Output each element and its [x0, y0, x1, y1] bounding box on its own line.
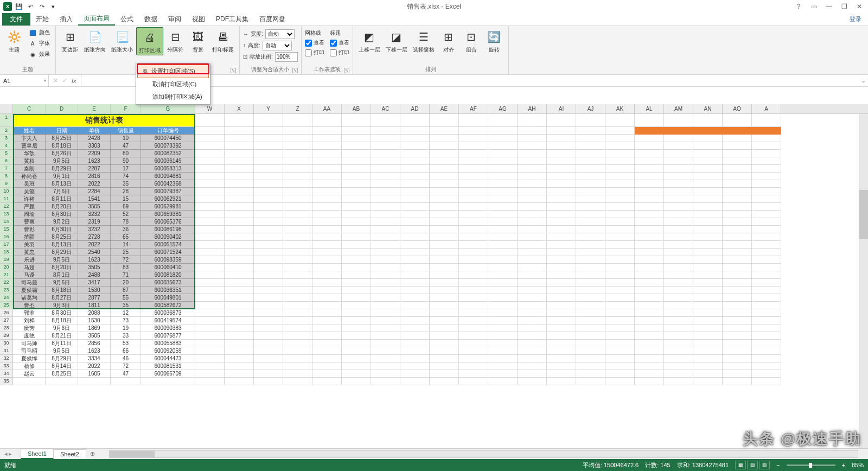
cell[interactable] — [635, 294, 664, 302]
cell[interactable] — [254, 324, 283, 332]
cell[interactable] — [723, 241, 752, 249]
cell[interactable] — [518, 114, 547, 127]
cell[interactable]: 8月25日 — [46, 135, 78, 142]
cell[interactable] — [605, 355, 635, 362]
cell[interactable] — [576, 355, 605, 362]
cell[interactable] — [225, 195, 254, 203]
cell[interactable]: 8月26日 — [46, 150, 78, 157]
cell[interactable] — [430, 188, 459, 195]
cell[interactable] — [752, 157, 781, 165]
cell[interactable]: 马超 — [13, 264, 46, 271]
cell[interactable] — [693, 340, 723, 347]
cell[interactable] — [635, 165, 664, 173]
cell[interactable] — [605, 347, 635, 355]
cell[interactable] — [488, 188, 518, 195]
cell[interactable] — [283, 211, 312, 218]
cell[interactable]: 庞德 — [13, 332, 46, 340]
cell[interactable] — [488, 317, 518, 324]
cell[interactable] — [312, 165, 342, 173]
cell[interactable] — [195, 378, 225, 385]
cell[interactable] — [635, 157, 664, 165]
cell[interactable] — [225, 324, 254, 332]
cell[interactable] — [488, 226, 518, 233]
cell[interactable]: 2284 — [78, 188, 111, 195]
cell[interactable] — [400, 241, 430, 249]
cell[interactable] — [576, 287, 605, 294]
cell[interactable] — [371, 340, 400, 347]
cell[interactable] — [576, 135, 605, 142]
cell[interactable] — [283, 142, 312, 150]
width-select[interactable]: 自动 — [265, 29, 295, 39]
row-header-31[interactable]: 31 — [0, 347, 13, 355]
cell[interactable] — [312, 340, 342, 347]
cell[interactable] — [254, 249, 283, 256]
theme-colors-button[interactable]: 🟦颜色 — [26, 27, 52, 38]
cell[interactable]: 1530 — [78, 317, 111, 324]
cell[interactable] — [576, 203, 605, 211]
cell[interactable] — [488, 340, 518, 347]
cell[interactable]: 600094681 — [141, 173, 195, 180]
cell[interactable] — [430, 157, 459, 165]
cell[interactable]: 600036873 — [141, 309, 195, 317]
cell[interactable]: 杨修 — [13, 362, 46, 370]
cell[interactable] — [371, 226, 400, 233]
cell[interactable] — [693, 226, 723, 233]
cell[interactable]: 8月1日 — [46, 271, 78, 279]
cell[interactable]: 7月6日 — [46, 188, 78, 195]
cell[interactable] — [195, 256, 225, 264]
cell[interactable] — [430, 233, 459, 241]
cell[interactable]: 600042368 — [141, 180, 195, 188]
cell[interactable]: 600081820 — [141, 271, 195, 279]
cell[interactable] — [459, 226, 488, 233]
cell[interactable] — [488, 332, 518, 340]
cell[interactable] — [283, 233, 312, 241]
cell[interactable] — [254, 203, 283, 211]
cell[interactable] — [576, 362, 605, 370]
cell[interactable] — [723, 226, 752, 233]
cell[interactable] — [723, 264, 752, 271]
cell[interactable] — [723, 317, 752, 324]
cell[interactable] — [400, 226, 430, 233]
cell[interactable] — [225, 142, 254, 150]
cell[interactable]: 8月13日 — [46, 180, 78, 188]
cell[interactable] — [752, 173, 781, 180]
cell[interactable] — [547, 114, 576, 127]
cell[interactable] — [576, 180, 605, 188]
cell[interactable] — [342, 370, 371, 378]
cell[interactable] — [312, 370, 342, 378]
cell[interactable] — [752, 279, 781, 287]
cell[interactable] — [283, 309, 312, 317]
cell[interactable] — [459, 249, 488, 256]
row-header-23[interactable]: 23 — [0, 287, 13, 294]
cell[interactable] — [547, 241, 576, 249]
cell[interactable] — [576, 195, 605, 203]
cell[interactable]: 3232 — [78, 211, 111, 218]
cell[interactable] — [488, 287, 518, 294]
cell[interactable] — [371, 332, 400, 340]
cell[interactable]: 600049801 — [141, 294, 195, 302]
cell[interactable] — [283, 256, 312, 264]
cell[interactable] — [430, 256, 459, 264]
cell[interactable] — [400, 370, 430, 378]
cell[interactable] — [342, 157, 371, 165]
cell[interactable] — [518, 294, 547, 302]
cell[interactable] — [430, 195, 459, 203]
cell[interactable] — [312, 211, 342, 218]
cell[interactable] — [752, 362, 781, 370]
row-header-25[interactable]: 25 — [0, 302, 13, 309]
cell[interactable] — [518, 135, 547, 142]
cell[interactable] — [430, 203, 459, 211]
cell[interactable] — [459, 340, 488, 347]
cell[interactable] — [225, 347, 254, 355]
cell[interactable] — [430, 355, 459, 362]
cell[interactable] — [254, 347, 283, 355]
cell[interactable] — [400, 180, 430, 188]
cell[interactable]: 46 — [111, 355, 141, 362]
cell[interactable] — [488, 203, 518, 211]
cell[interactable] — [635, 302, 664, 309]
cell[interactable] — [254, 157, 283, 165]
cell[interactable] — [752, 317, 781, 324]
cell[interactable] — [342, 142, 371, 150]
cell[interactable] — [488, 324, 518, 332]
cell[interactable]: 3505 — [78, 203, 111, 211]
